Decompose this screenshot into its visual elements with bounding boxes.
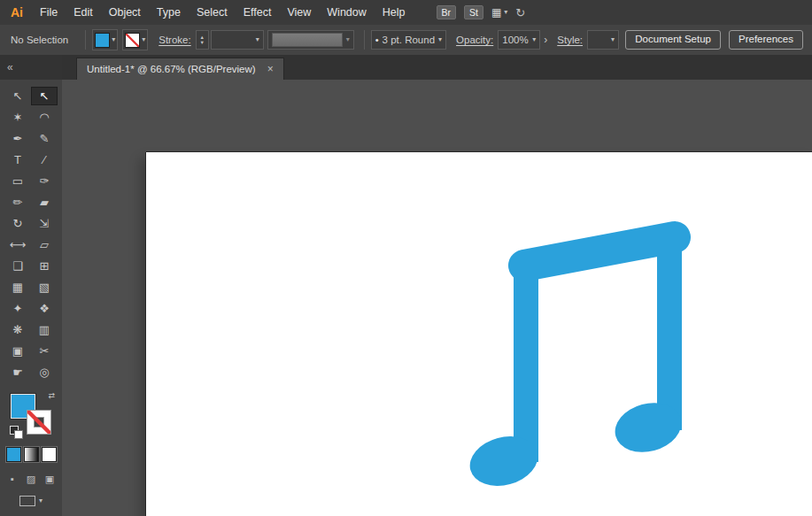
eraser-tool[interactable]: ▰	[31, 193, 58, 212]
gradient-button[interactable]	[24, 447, 39, 462]
stroke-weight-select[interactable]: ▾	[211, 30, 264, 50]
eyedropper-tool-icon: ✦	[13, 302, 23, 315]
tools-grid: ↖↖✶◠✒✎T∕▭✑✏▰↻⇲⟷▱❑⊞▦▧✦❖❋▥▣✂☛◎	[0, 87, 62, 381]
menu-view[interactable]: View	[279, 6, 319, 19]
rotate-tool[interactable]: ↻	[4, 214, 31, 233]
chevron-down-icon: ▾	[438, 36, 442, 43]
type-tool[interactable]: T	[4, 150, 31, 169]
direct-selection-tool[interactable]: ↖	[4, 87, 31, 105]
blend-tool[interactable]: ❖	[31, 299, 58, 318]
preferences-button[interactable]: Preferences	[729, 30, 803, 50]
perspective-grid-tool[interactable]: ⊞	[31, 257, 58, 275]
menu-effect[interactable]: Effect	[236, 6, 280, 19]
style-label[interactable]: Style:	[557, 35, 583, 45]
mesh-tool[interactable]: ▦	[4, 278, 31, 297]
menu-help[interactable]: Help	[375, 6, 414, 19]
menu-file[interactable]: File	[32, 6, 66, 19]
pen-tool[interactable]: ✒	[4, 129, 31, 148]
symbol-sprayer-tool[interactable]: ❋	[4, 320, 31, 339]
chevron-down-icon: ▾	[346, 36, 350, 43]
sync-status-icon[interactable]: ↻	[515, 6, 525, 19]
lasso-tool-icon: ◠	[39, 111, 49, 124]
fill-color-control[interactable]: ▾	[92, 29, 118, 50]
direct-selection-tool-icon: ↖	[13, 89, 23, 103]
app-logo: Ai	[0, 5, 32, 19]
scale-tool[interactable]: ⇲	[31, 214, 58, 233]
color-button[interactable]	[6, 447, 21, 462]
gradient-tool-icon: ▧	[39, 281, 50, 294]
menu-window[interactable]: Window	[319, 6, 374, 19]
stroke-swatch[interactable]	[27, 410, 51, 435]
eyedropper-tool[interactable]: ✦	[4, 299, 31, 318]
magic-wand-tool[interactable]: ✶	[4, 108, 31, 127]
paintbrush-tool-icon: ✑	[40, 174, 50, 188]
rectangle-tool[interactable]: ▭	[4, 172, 31, 190]
control-bar: No Selection ▾ ▾ Stroke: ▲ ▼ ▾ ▾ • 3 pt.…	[0, 25, 812, 56]
brush-definition-select[interactable]: • 3 pt. Round ▾	[371, 30, 446, 50]
rotate-tool-icon: ↻	[13, 217, 23, 230]
screen-mode-icon	[19, 496, 35, 506]
main-menus: FileEditObjectTypeSelectEffectViewWindow…	[32, 6, 414, 19]
chevron-down-icon: ▾	[256, 36, 259, 43]
hand-tool[interactable]: ☛	[4, 363, 31, 381]
canvas[interactable]	[62, 80, 812, 516]
paintbrush-tool[interactable]: ✑	[31, 172, 58, 190]
width-tool[interactable]: ⟷	[4, 235, 31, 254]
music-note-artwork[interactable]	[460, 212, 700, 496]
pencil-tool[interactable]: ✏	[4, 193, 31, 212]
artboard-tool[interactable]: ▣	[4, 342, 31, 360]
collapse-panel-icon[interactable]: «	[7, 61, 13, 73]
none-button[interactable]	[42, 447, 57, 462]
document-setup-button[interactable]: Document Setup	[625, 30, 721, 50]
screen-mode-control[interactable]: ▾	[0, 496, 62, 506]
slice-tool[interactable]: ✂	[31, 342, 58, 360]
blend-tool-icon: ❖	[39, 302, 50, 315]
menu-edit[interactable]: Edit	[66, 6, 101, 19]
close-tab-icon[interactable]: ×	[267, 63, 274, 75]
slice-tool-icon: ✂	[40, 344, 50, 358]
document-tab[interactable]: Untitled-1* @ 66.67% (RGB/Preview) ×	[76, 58, 284, 80]
stock-button[interactable]: St	[464, 5, 483, 20]
selection-tool[interactable]: ↖	[31, 87, 58, 105]
curvature-tool[interactable]: ✎	[31, 129, 58, 148]
perspective-grid-tool-icon: ⊞	[40, 259, 50, 273]
stroke-weight-label[interactable]: Stroke:	[159, 35, 190, 45]
lasso-tool[interactable]: ◠	[31, 108, 58, 127]
style-select[interactable]: ▾	[587, 30, 619, 50]
shape-builder-tool[interactable]: ❑	[4, 257, 31, 275]
menu-select[interactable]: Select	[189, 6, 236, 19]
draw-normal-mode-button[interactable]: ▪	[5, 473, 19, 485]
opacity-select[interactable]: 100% ▾	[498, 30, 540, 50]
chevron-down-icon: ▾	[39, 497, 43, 504]
line-segment-tool[interactable]: ∕	[31, 150, 58, 169]
zoom-tool[interactable]: ◎	[31, 363, 58, 381]
free-transform-tool[interactable]: ▱	[31, 235, 58, 254]
brush-definition-value: 3 pt. Round	[383, 35, 435, 45]
column-graph-tool[interactable]: ▥	[31, 320, 58, 339]
width-profile-preview	[272, 33, 343, 47]
default-fill-stroke-icon[interactable]	[10, 426, 23, 439]
width-profile-select[interactable]: ▾	[267, 30, 354, 50]
menu-type[interactable]: Type	[149, 6, 189, 19]
chevron-down-icon: ▾	[532, 36, 536, 43]
swap-fill-stroke-icon[interactable]: ⇄	[48, 391, 55, 400]
draw-inside-mode-button[interactable]: ▣	[43, 473, 57, 485]
fill-stroke-indicator: ⇄	[10, 392, 52, 436]
music-note-shape	[464, 230, 686, 493]
bridge-button[interactable]: Br	[437, 5, 457, 20]
menu-object[interactable]: Object	[101, 6, 149, 19]
opacity-label[interactable]: Opacity:	[456, 35, 493, 45]
opacity-value: 100%	[502, 35, 529, 45]
color-mode-buttons	[0, 447, 62, 462]
draw-behind-mode-button[interactable]: ▨	[24, 473, 38, 485]
symbol-sprayer-tool-icon: ❋	[13, 323, 23, 336]
stroke-color-control[interactable]: ▾	[122, 29, 148, 50]
opacity-flyout-icon[interactable]: ›	[544, 34, 547, 46]
workspace-switcher[interactable]: ▦ ▾	[491, 6, 507, 19]
gradient-tool[interactable]: ▧	[31, 278, 58, 297]
hand-tool-icon: ☛	[12, 366, 23, 379]
stroke-weight-stepper[interactable]: ▲ ▼	[196, 30, 209, 50]
stepper-down-icon[interactable]: ▼	[199, 40, 204, 45]
chevron-down-icon: ▾	[504, 9, 507, 16]
illustrator-window: Ai FileEditObjectTypeSelectEffectViewWin…	[0, 0, 812, 516]
